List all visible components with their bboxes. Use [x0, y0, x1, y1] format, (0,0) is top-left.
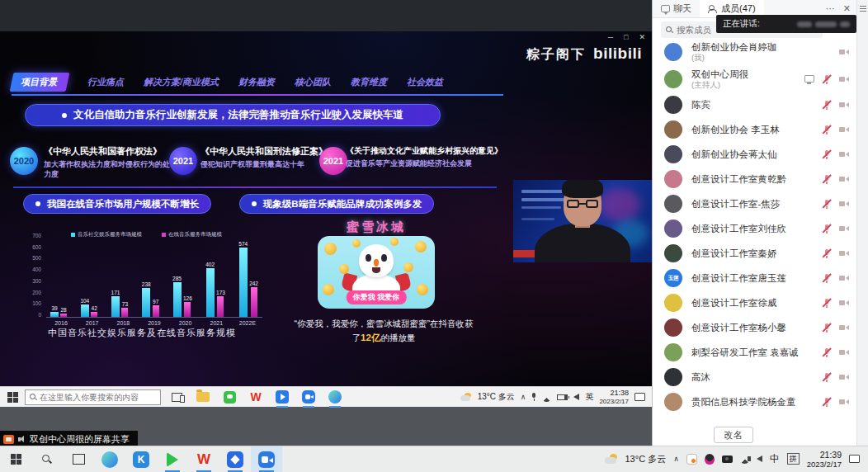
mic-muted-icon[interactable]: [822, 174, 832, 184]
mic-muted-icon[interactable]: [822, 372, 832, 382]
language-indicator[interactable]: 英: [585, 391, 593, 403]
notification-center-icon[interactable]: [634, 393, 645, 401]
panel-close-button[interactable]: ✕: [843, 3, 851, 14]
maximize-button[interactable]: □: [624, 33, 628, 41]
camera-icon[interactable]: [839, 100, 849, 110]
weather-icon[interactable]: [460, 393, 472, 401]
member-row[interactable]: 刺梨谷研发工作室 袁嘉诚: [653, 340, 857, 365]
member-row[interactable]: 创意设计工作室刘佳欣: [653, 216, 857, 241]
camera-icon[interactable]: [839, 248, 849, 258]
tray-expand-icon[interactable]: ∧: [673, 455, 679, 463]
slide-tab-2[interactable]: 行业痛点: [87, 76, 124, 88]
member-row[interactable]: 创意设计工作室秦娇: [653, 241, 857, 266]
presenter-camera[interactable]: [513, 180, 652, 262]
taskbar-search-input[interactable]: [40, 393, 147, 402]
mic-muted-icon[interactable]: [822, 323, 832, 333]
camera-icon[interactable]: [839, 372, 849, 382]
start-button[interactable]: [0, 387, 25, 407]
camera-icon[interactable]: [839, 47, 849, 57]
kingsoft-icon[interactable]: K: [125, 446, 157, 472]
mic-muted-icon[interactable]: [822, 248, 832, 258]
member-row[interactable]: 高沐: [653, 365, 857, 389]
menu-icon[interactable]: [860, 4, 866, 13]
qq-tray-icon[interactable]: [705, 454, 715, 465]
member-row[interactable]: 双创中心周很(主持人): [653, 65, 857, 92]
camera-icon[interactable]: [839, 397, 849, 407]
mic-muted-icon[interactable]: [822, 199, 832, 209]
volume-icon[interactable]: [757, 455, 762, 462]
language-indicator[interactable]: 中: [770, 452, 780, 466]
wps-icon[interactable]: W: [247, 388, 265, 406]
tray-expand-icon[interactable]: ∧: [521, 393, 526, 401]
edge-icon[interactable]: [94, 446, 125, 472]
camera-icon[interactable]: [839, 199, 849, 209]
tencent-meeting-icon[interactable]: [251, 446, 282, 472]
clock[interactable]: 21:38 2023/2/17: [599, 389, 629, 405]
wechat-icon[interactable]: [220, 388, 238, 406]
taskbar-search[interactable]: [25, 389, 161, 405]
search-button[interactable]: [31, 446, 63, 472]
task-view-button[interactable]: [63, 446, 94, 472]
camera-icon[interactable]: [839, 273, 849, 283]
volume-icon[interactable]: [573, 394, 579, 400]
member-row[interactable]: 创新创业协会 李玉林: [653, 117, 857, 142]
weather-label[interactable]: 13°C 多云: [625, 453, 667, 465]
slide-tab-4[interactable]: 财务融资: [238, 76, 275, 88]
camera-icon[interactable]: [839, 298, 849, 308]
start-button[interactable]: [0, 446, 31, 472]
member-row[interactable]: 贵阳信息科技学院杨金童: [653, 389, 857, 414]
mic-muted-icon[interactable]: [822, 224, 832, 234]
tab-chat[interactable]: 聊天: [653, 0, 700, 17]
wecom-tray-icon[interactable]: [686, 454, 697, 465]
mic-muted-icon[interactable]: [822, 149, 832, 159]
member-row[interactable]: 陈宾: [653, 92, 857, 117]
slide-tab-5[interactable]: 核心团队: [295, 76, 331, 88]
close-button[interactable]: ✕: [639, 33, 645, 41]
tencent-meeting-icon[interactable]: [300, 388, 318, 406]
notification-center-icon[interactable]: [849, 455, 860, 463]
member-row[interactable]: 创意设计工作室黄乾黔: [653, 167, 857, 191]
member-row[interactable]: 创意设计工作室徐威: [653, 290, 857, 315]
mic-muted-icon[interactable]: [822, 74, 832, 84]
camera-icon[interactable]: [839, 125, 849, 135]
screenshare-icon[interactable]: [804, 74, 814, 84]
mic-muted-icon[interactable]: [822, 273, 832, 283]
member-row[interactable]: 玉莲创意设计工作室唐玉莲: [653, 266, 857, 290]
weather-label[interactable]: 13°C 多云: [478, 391, 515, 403]
file-explorer-icon[interactable]: [194, 388, 212, 406]
member-row[interactable]: 创意设计工作室杨小馨: [653, 315, 857, 340]
camera-icon[interactable]: [839, 347, 849, 357]
ime-indicator[interactable]: 拼: [787, 453, 800, 465]
mic-muted-icon[interactable]: [822, 100, 832, 110]
camera-icon[interactable]: [839, 323, 849, 333]
tencent-video-icon[interactable]: [157, 446, 188, 472]
wps-icon[interactable]: W: [188, 446, 219, 472]
mic-muted-icon[interactable]: [822, 298, 832, 308]
slide-tab-1[interactable]: 项目背景: [10, 73, 70, 92]
minimize-button[interactable]: ─: [608, 33, 613, 41]
member-row[interactable]: 创新创业协会蒋太仙: [653, 142, 857, 167]
rename-button[interactable]: 改名: [714, 427, 753, 443]
mic-muted-icon[interactable]: [822, 347, 832, 357]
slide-tab-7[interactable]: 社会效益: [407, 76, 443, 88]
slide-tab-3[interactable]: 解决方案/商业模式: [144, 76, 219, 88]
weather-icon[interactable]: [605, 454, 618, 464]
edge-icon[interactable]: [326, 388, 344, 406]
more-button[interactable]: ⋯: [826, 3, 835, 14]
mic-tray-icon[interactable]: [531, 393, 536, 401]
mic-muted-icon[interactable]: [822, 397, 832, 407]
slide-tab-6[interactable]: 教育维度: [351, 76, 387, 88]
clock[interactable]: 21:39 2023/2/17: [807, 450, 842, 470]
mic-muted-icon[interactable]: [822, 125, 832, 135]
camera-icon[interactable]: [839, 149, 849, 159]
camera-icon[interactable]: [839, 224, 849, 234]
camera-tray-icon[interactable]: [722, 455, 733, 463]
docs-app-icon[interactable]: [219, 446, 251, 472]
task-view-button[interactable]: [167, 388, 186, 406]
camera-icon[interactable]: [839, 74, 849, 84]
camera-icon[interactable]: [839, 174, 849, 184]
member-row[interactable]: 创意设计工作室-焦莎: [653, 191, 857, 216]
tencent-video-icon[interactable]: [273, 388, 291, 406]
member-row[interactable]: 创新创业协会肖婷珈(我): [653, 38, 857, 65]
network-icon[interactable]: [542, 393, 551, 402]
